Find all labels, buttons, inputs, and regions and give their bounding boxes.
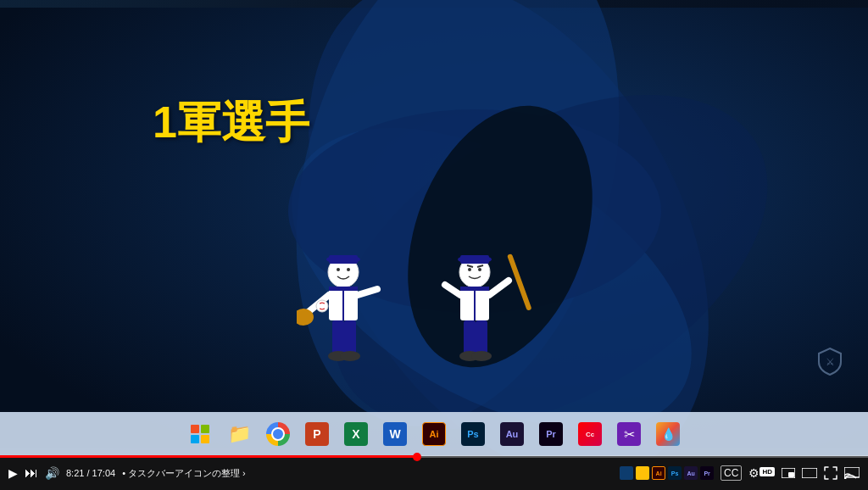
volume-button[interactable]: 🔊 bbox=[45, 466, 59, 480]
hd-badge: HD bbox=[760, 467, 775, 476]
creative-cloud-icon: Cc bbox=[578, 422, 602, 446]
windows-logo bbox=[191, 425, 209, 443]
taskbar-excel[interactable]: X bbox=[339, 417, 373, 451]
word-icon: W bbox=[383, 422, 407, 446]
svg-rect-42 bbox=[788, 472, 794, 477]
fullscreen-button[interactable] bbox=[824, 466, 837, 480]
miniplayer-button[interactable] bbox=[782, 468, 795, 478]
taskbar-premiere[interactable]: Pr bbox=[534, 417, 568, 451]
mini-au-icon: Au bbox=[684, 466, 698, 480]
svg-line-33 bbox=[445, 285, 460, 295]
theater-mode-button[interactable] bbox=[802, 468, 817, 478]
chapter-text[interactable]: • タスクバーアイコンの整理 › bbox=[122, 467, 246, 480]
photoshop-icon: Ps bbox=[461, 422, 485, 446]
total-time: 17:04 bbox=[92, 468, 116, 478]
taskbar-powerpoint[interactable]: P bbox=[300, 417, 334, 451]
video-controls-bar: ▶ ⏭ 🔊 8:21 / 17:04 • タスクバーアイコンの整理 › Ai P… bbox=[0, 456, 868, 490]
taskbar: 📁 P X W Ai Ps Au Pr bbox=[0, 412, 868, 456]
taskbar-file-explorer[interactable]: 📁 bbox=[222, 417, 256, 451]
taskbar-windows-start[interactable] bbox=[183, 417, 217, 451]
svg-rect-18 bbox=[332, 320, 344, 354]
svg-rect-43 bbox=[802, 468, 817, 478]
video-player: 🗑️ ごみ箱 📁 テキスト 1軍選手 bbox=[0, 0, 868, 490]
svg-rect-19 bbox=[344, 320, 356, 354]
paint-icon: 💧 bbox=[656, 422, 680, 446]
svg-point-22 bbox=[316, 300, 328, 312]
svg-point-9 bbox=[347, 268, 350, 271]
taskbar-audition[interactable]: Au bbox=[495, 417, 529, 451]
illustrator-icon: Ai bbox=[422, 422, 446, 446]
svg-rect-29 bbox=[460, 255, 489, 264]
svg-point-25 bbox=[478, 268, 481, 271]
chrome-icon bbox=[266, 422, 290, 446]
current-time: 8:21 bbox=[66, 468, 84, 478]
audition-icon: Au bbox=[500, 422, 524, 446]
taskbar-illustrator[interactable]: Ai bbox=[417, 417, 451, 451]
win11-swirl bbox=[0, 0, 868, 456]
svg-point-8 bbox=[337, 268, 340, 271]
subtitles-button[interactable]: CC bbox=[721, 465, 742, 481]
time-display: 8:21 / 17:04 bbox=[66, 468, 115, 478]
mini-pr-icon: Pr bbox=[700, 466, 714, 480]
mini-icon-1 bbox=[620, 466, 633, 480]
settings-button[interactable]: ⚙ HD bbox=[748, 466, 775, 480]
snipping-tool-icon: ✂ bbox=[617, 422, 641, 446]
svg-rect-31 bbox=[460, 287, 489, 291]
svg-line-34 bbox=[489, 281, 509, 295]
mini-ps-icon: Ps bbox=[668, 466, 682, 480]
batter-figure bbox=[432, 251, 534, 378]
taskbar-paint[interactable]: 💧 bbox=[651, 417, 685, 451]
svg-line-16 bbox=[358, 289, 377, 295]
skip-button[interactable]: ⏭ bbox=[25, 465, 38, 481]
shield-icon: ⚔ bbox=[817, 347, 843, 380]
svg-text:⚔: ⚔ bbox=[826, 356, 835, 368]
svg-rect-11 bbox=[329, 255, 358, 264]
pitcher-figure bbox=[297, 251, 390, 378]
taskbar-photoshop[interactable]: Ps bbox=[456, 417, 490, 451]
powerpoint-icon: P bbox=[305, 422, 329, 446]
svg-rect-37 bbox=[476, 320, 487, 354]
cast-button[interactable] bbox=[844, 467, 860, 479]
mini-icon-2 bbox=[636, 466, 649, 480]
taskbar-creative-cloud[interactable]: Cc bbox=[573, 417, 607, 451]
folder-icon: 📁 bbox=[228, 423, 251, 445]
progress-bar-fill bbox=[0, 455, 417, 458]
svg-point-24 bbox=[468, 268, 471, 271]
controls-right: Ai Ps Au Pr CC ⚙ HD bbox=[620, 465, 860, 481]
progress-bar-container[interactable] bbox=[0, 455, 868, 458]
excel-icon: X bbox=[344, 422, 368, 446]
svg-rect-36 bbox=[464, 320, 476, 354]
taskbar-word[interactable]: W bbox=[378, 417, 412, 451]
svg-point-39 bbox=[471, 351, 492, 361]
desktop-background: 🗑️ ごみ箱 📁 テキスト 1軍選手 bbox=[0, 0, 868, 456]
mini-ai-icon: Ai bbox=[652, 466, 665, 480]
play-button[interactable]: ▶ bbox=[8, 466, 18, 480]
svg-rect-13 bbox=[329, 287, 358, 291]
overlay-title-text: 1軍選手 bbox=[153, 93, 309, 153]
mini-taskbar: Ai Ps Au Pr bbox=[620, 466, 714, 480]
taskbar-chrome[interactable] bbox=[261, 417, 295, 451]
premiere-icon: Pr bbox=[539, 422, 563, 446]
svg-point-21 bbox=[340, 351, 360, 361]
taskbar-snipping-tool[interactable]: ✂ bbox=[612, 417, 646, 451]
baseball-figures bbox=[297, 251, 534, 378]
